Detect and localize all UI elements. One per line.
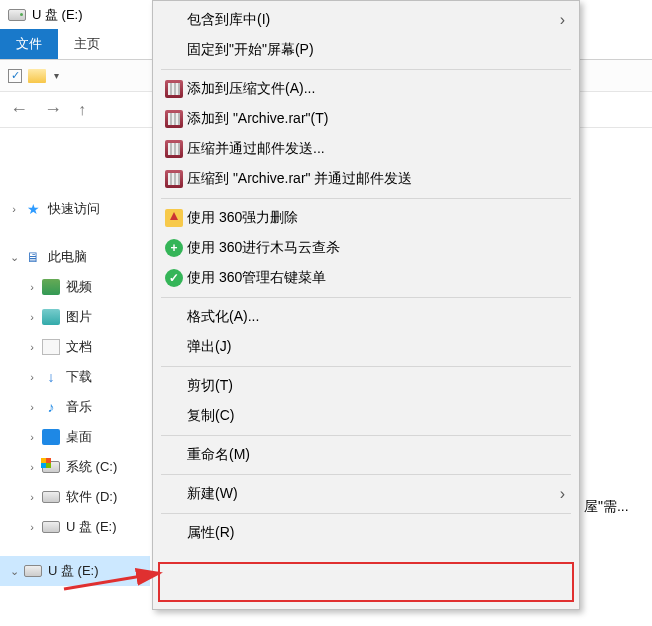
- desktop-icon: [42, 429, 60, 445]
- tree-label: 桌面: [66, 428, 92, 446]
- drive-icon: [42, 489, 60, 505]
- menu-compress-email[interactable]: 压缩并通过邮件发送...: [153, 134, 579, 164]
- chevron-right-icon[interactable]: ›: [26, 461, 38, 473]
- menu-cut[interactable]: 剪切(T): [153, 371, 579, 401]
- back-button[interactable]: ←: [10, 99, 28, 120]
- nav-tree: › ★ 快速访问 ⌄ 🖥 此电脑 › 视频 › 图片 › 文档 › ↓ 下载 ›…: [0, 128, 150, 626]
- pc-icon: 🖥: [24, 249, 42, 265]
- menu-pin-start[interactable]: 固定到"开始"屏幕(P): [153, 35, 579, 65]
- chevron-right-icon[interactable]: ›: [26, 341, 38, 353]
- forward-button[interactable]: →: [44, 99, 62, 120]
- tree-videos[interactable]: › 视频: [0, 272, 150, 302]
- chevron-right-icon[interactable]: ›: [26, 491, 38, 503]
- folder-icon: [28, 69, 46, 83]
- up-button[interactable]: ↑: [78, 101, 86, 119]
- documents-icon: [42, 339, 60, 355]
- downloads-icon: ↓: [42, 369, 60, 385]
- menu-eject[interactable]: 弹出(J): [153, 332, 579, 362]
- star-icon: ★: [24, 201, 42, 217]
- tree-label: 图片: [66, 308, 92, 326]
- chevron-right-icon[interactable]: ›: [26, 281, 38, 293]
- chevron-down-icon[interactable]: ⌄: [8, 565, 20, 578]
- chevron-right-icon[interactable]: ›: [8, 203, 20, 215]
- rar-icon: [161, 140, 187, 158]
- window-title: U 盘 (E:): [32, 6, 83, 24]
- rar-icon: [161, 80, 187, 98]
- menu-360-manage[interactable]: ✓ 使用 360管理右键菜单: [153, 263, 579, 293]
- tree-system-c[interactable]: › 系统 (C:): [0, 452, 150, 482]
- menu-format[interactable]: 格式化(A)...: [153, 302, 579, 332]
- view-dropdown-icon[interactable]: ▾: [54, 70, 59, 81]
- separator: [161, 366, 571, 367]
- tree-desktop[interactable]: › 桌面: [0, 422, 150, 452]
- tab-file[interactable]: 文件: [0, 29, 58, 59]
- tree-this-pc[interactable]: ⌄ 🖥 此电脑: [0, 242, 150, 272]
- chevron-right-icon[interactable]: ›: [26, 431, 38, 443]
- tree-music[interactable]: › ♪ 音乐: [0, 392, 150, 422]
- context-menu: 包含到库中(I) › 固定到"开始"屏幕(P) 添加到压缩文件(A)... 添加…: [152, 0, 580, 610]
- tree-label: 系统 (C:): [66, 458, 117, 476]
- tree-software-d[interactable]: › 软件 (D:): [0, 482, 150, 512]
- menu-add-archive-rar[interactable]: 添加到 "Archive.rar"(T): [153, 104, 579, 134]
- drive-icon: [42, 459, 60, 475]
- pictures-icon: [42, 309, 60, 325]
- explosion-icon: [161, 209, 187, 227]
- tree-label: U 盘 (E:): [48, 562, 99, 580]
- chevron-right-icon: ›: [560, 485, 565, 503]
- tree-usb-e[interactable]: › U 盘 (E:): [0, 512, 150, 542]
- usb-drive-icon: [42, 519, 60, 535]
- tree-label: 快速访问: [48, 200, 100, 218]
- tree-label: 音乐: [66, 398, 92, 416]
- usb-drive-icon: [8, 9, 26, 21]
- chevron-down-icon[interactable]: ⌄: [8, 251, 20, 264]
- tree-label: 软件 (D:): [66, 488, 117, 506]
- menu-copy[interactable]: 复制(C): [153, 401, 579, 431]
- menu-properties[interactable]: 属性(R): [153, 518, 579, 548]
- menu-360-force-delete[interactable]: 使用 360强力删除: [153, 203, 579, 233]
- tree-documents[interactable]: › 文档: [0, 332, 150, 362]
- separator: [161, 474, 571, 475]
- videos-icon: [42, 279, 60, 295]
- separator: [161, 435, 571, 436]
- tree-quick-access[interactable]: › ★ 快速访问: [0, 194, 150, 224]
- tree-label: 此电脑: [48, 248, 87, 266]
- menu-add-archive[interactable]: 添加到压缩文件(A)...: [153, 74, 579, 104]
- menu-rename[interactable]: 重命名(M): [153, 440, 579, 470]
- usb-drive-icon: [24, 563, 42, 579]
- tab-home[interactable]: 主页: [58, 29, 116, 59]
- background-text: 屋"需...: [584, 498, 629, 516]
- chevron-right-icon[interactable]: ›: [26, 521, 38, 533]
- tree-label: 视频: [66, 278, 92, 296]
- separator: [161, 297, 571, 298]
- tree-downloads[interactable]: › ↓ 下载: [0, 362, 150, 392]
- tree-label: 文档: [66, 338, 92, 356]
- chevron-right-icon[interactable]: ›: [26, 401, 38, 413]
- menu-compress-archive-email[interactable]: 压缩到 "Archive.rar" 并通过邮件发送: [153, 164, 579, 194]
- chevron-right-icon[interactable]: ›: [26, 371, 38, 383]
- shield-icon: +: [161, 239, 187, 257]
- separator: [161, 198, 571, 199]
- rar-icon: [161, 170, 187, 188]
- tree-label: 下载: [66, 368, 92, 386]
- gear-icon: ✓: [161, 269, 187, 287]
- select-all-checkbox[interactable]: ✓: [8, 69, 22, 83]
- chevron-right-icon: ›: [560, 11, 565, 29]
- separator: [161, 69, 571, 70]
- tree-label: U 盘 (E:): [66, 518, 117, 536]
- rar-icon: [161, 110, 187, 128]
- tree-usb-e-root[interactable]: ⌄ U 盘 (E:): [0, 556, 150, 586]
- menu-include-library[interactable]: 包含到库中(I) ›: [153, 5, 579, 35]
- menu-new[interactable]: 新建(W) ›: [153, 479, 579, 509]
- music-icon: ♪: [42, 399, 60, 415]
- menu-360-trojan-scan[interactable]: + 使用 360进行木马云查杀: [153, 233, 579, 263]
- separator: [161, 513, 571, 514]
- tree-pictures[interactable]: › 图片: [0, 302, 150, 332]
- chevron-right-icon[interactable]: ›: [26, 311, 38, 323]
